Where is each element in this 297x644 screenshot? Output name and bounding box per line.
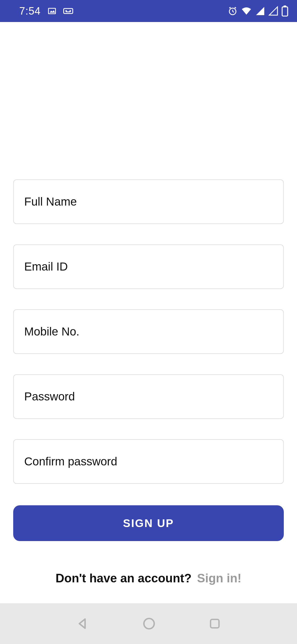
signal-empty-icon	[268, 6, 278, 16]
svg-rect-2	[64, 9, 73, 13]
top-spacer	[13, 22, 284, 179]
svg-line-9	[229, 7, 231, 8]
status-left: 7:54	[19, 5, 73, 17]
svg-rect-14	[211, 620, 219, 628]
svg-rect-11	[282, 7, 288, 16]
status-time: 7:54	[19, 5, 41, 17]
alarm-icon	[228, 6, 238, 16]
full-name-field[interactable]	[13, 179, 284, 224]
footer-row: Don't have an account? Sign in!	[13, 571, 284, 585]
mobile-field[interactable]	[13, 309, 284, 354]
signal-full-icon	[255, 6, 265, 16]
battery-icon	[282, 6, 288, 17]
footer-prompt: Don't have an account?	[56, 571, 192, 585]
svg-rect-0	[48, 8, 56, 14]
confirm-password-field[interactable]	[13, 439, 284, 484]
svg-rect-12	[284, 6, 286, 7]
signup-button[interactable]: SIGN UP	[13, 505, 284, 541]
wifi-icon	[241, 6, 252, 16]
signin-link[interactable]: Sign in!	[197, 571, 241, 585]
email-field[interactable]	[13, 244, 284, 289]
back-icon[interactable]	[76, 617, 90, 631]
signup-form: SIGN UP Don't have an account? Sign in!	[0, 22, 297, 585]
svg-line-10	[235, 7, 236, 8]
home-icon[interactable]	[142, 617, 156, 631]
svg-marker-1	[50, 10, 55, 12]
svg-line-8	[233, 12, 234, 12]
voicemail-icon	[63, 7, 73, 15]
android-nav-bar	[0, 603, 297, 644]
status-bar: 7:54	[0, 0, 297, 22]
status-right	[228, 6, 288, 17]
recent-apps-icon[interactable]	[208, 617, 221, 630]
svg-point-13	[144, 618, 154, 629]
picture-icon	[47, 6, 57, 16]
password-field[interactable]	[13, 374, 284, 419]
